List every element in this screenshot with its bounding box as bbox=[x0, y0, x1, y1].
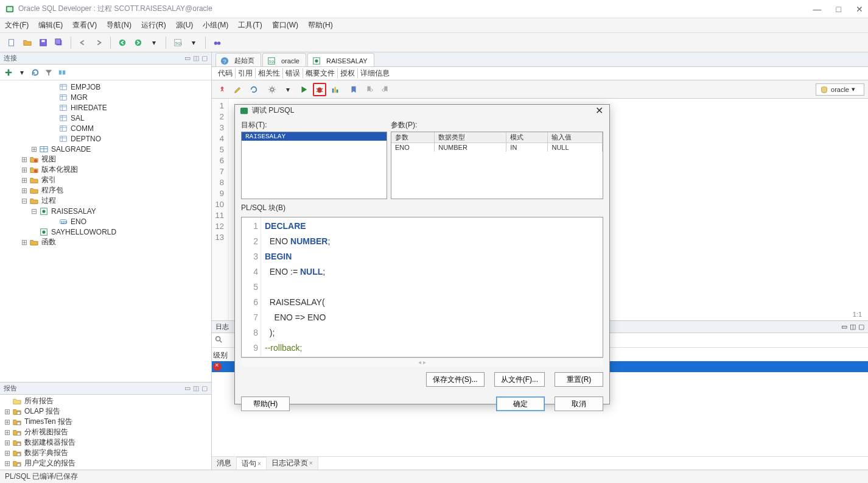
sql-worksheet-icon[interactable]: SQL bbox=[171, 36, 184, 49]
tree-item[interactable]: ⊞OLAP 报告 bbox=[0, 406, 211, 417]
redo-icon[interactable] bbox=[92, 36, 105, 49]
code-line[interactable]: ENO => ENO bbox=[265, 310, 599, 325]
tree-expand-icon[interactable]: ⊞ bbox=[2, 407, 12, 416]
refresh-icon[interactable] bbox=[29, 66, 41, 79]
menu-item[interactable]: 文件(F) bbox=[5, 20, 29, 30]
menu-item[interactable]: 编辑(E) bbox=[38, 20, 63, 30]
tree-item[interactable]: ⊞版本化视图 bbox=[0, 164, 211, 175]
panel-restore-icon[interactable]: ◫ bbox=[193, 54, 199, 62]
run-icon[interactable] bbox=[297, 83, 310, 96]
tree-expand-icon[interactable]: ⊞ bbox=[2, 439, 12, 447]
tree-expand-icon[interactable]: ⊞ bbox=[29, 145, 39, 153]
tree-item[interactable]: COMM bbox=[0, 123, 211, 133]
refresh-icon[interactable] bbox=[247, 83, 261, 96]
dropdown-icon[interactable]: ▾ bbox=[281, 83, 295, 96]
tree-item[interactable]: SAYHELLOWORLD bbox=[0, 227, 211, 237]
tree-item[interactable]: ⊞索引 bbox=[0, 175, 211, 185]
sub-tab[interactable]: 授权 bbox=[338, 68, 358, 79]
param-cell[interactable]: NULL bbox=[548, 143, 603, 152]
panel-minimize-icon[interactable]: ▭ bbox=[841, 323, 847, 331]
debug-icon[interactable] bbox=[313, 83, 326, 96]
param-cell[interactable]: IN bbox=[506, 143, 548, 152]
editor-tab[interactable]: ?起始页 bbox=[215, 53, 261, 66]
pin-icon[interactable] bbox=[215, 83, 229, 96]
from-file-button[interactable]: 从文件(F)... bbox=[494, 372, 545, 387]
tree-item[interactable]: ⊞数据建模器报告 bbox=[0, 437, 211, 448]
filter-icon[interactable] bbox=[43, 66, 55, 79]
panel-close-icon[interactable]: ▢ bbox=[201, 384, 208, 392]
log-tab[interactable]: 消息 bbox=[212, 457, 237, 470]
panel-minimize-icon[interactable]: ▭ bbox=[184, 54, 191, 62]
tree-item[interactable]: ⊞TimesTen 报告 bbox=[0, 417, 211, 427]
tab-close-icon[interactable]: × bbox=[257, 460, 261, 467]
tree-expand-icon[interactable]: ⊟ bbox=[19, 197, 29, 205]
menu-item[interactable]: 查看(V) bbox=[72, 20, 97, 30]
param-row[interactable]: ENONUMBERINNULL bbox=[391, 143, 603, 152]
open-folder-icon[interactable] bbox=[21, 36, 34, 49]
connections-tree[interactable]: EMPJOBMGRHIREDATESALCOMMDEPTNO⊞SALGRADE⊞… bbox=[0, 80, 211, 382]
target-item[interactable]: RAISESALAY bbox=[242, 132, 387, 141]
bookmark-next-icon[interactable] bbox=[363, 83, 376, 96]
bookmark-icon[interactable] bbox=[347, 83, 360, 96]
tree-expand-icon[interactable]: ⊞ bbox=[2, 418, 12, 426]
save-icon[interactable] bbox=[37, 36, 50, 49]
edit-icon[interactable] bbox=[231, 83, 245, 96]
tree-item[interactable]: ⊞分析视图报告 bbox=[0, 427, 211, 437]
params-table[interactable]: 参数数据类型模式输入值 ENONUMBERINNULL bbox=[391, 132, 603, 152]
tree-item[interactable]: ⊟RAISESALAY bbox=[0, 206, 211, 216]
log-tab[interactable]: 日志记录页× bbox=[267, 457, 318, 470]
menu-item[interactable]: 窗口(W) bbox=[272, 20, 298, 30]
forward-icon[interactable] bbox=[131, 36, 145, 49]
code-line[interactable]: DECLARE bbox=[265, 219, 599, 234]
menu-item[interactable]: 运行(R) bbox=[141, 20, 166, 30]
tree-item[interactable]: HIREDATE bbox=[0, 102, 211, 113]
code-line[interactable]: ); bbox=[265, 325, 599, 340]
save-file-button[interactable]: 保存文件(S)... bbox=[426, 372, 485, 387]
tree-expand-icon[interactable]: ⊞ bbox=[19, 166, 29, 174]
tree-item[interactable]: EMPJOB bbox=[0, 82, 211, 92]
panel-minimize-icon[interactable]: ▭ bbox=[184, 384, 191, 392]
tree-expand-icon[interactable]: ⊞ bbox=[19, 155, 29, 164]
menu-item[interactable]: 工具(T) bbox=[238, 20, 262, 30]
close-button[interactable]: ✕ bbox=[856, 4, 863, 14]
code-line[interactable]: ENO := NULL; bbox=[265, 264, 599, 280]
tree-expand-icon[interactable]: ⊞ bbox=[19, 238, 29, 247]
tree-expand-icon[interactable]: ⊞ bbox=[2, 459, 12, 468]
dropdown-icon[interactable]: ▾ bbox=[16, 66, 28, 79]
sub-tab[interactable]: 概要文件 bbox=[303, 68, 338, 79]
tree-item[interactable]: ⊞视图 bbox=[0, 154, 211, 164]
gear-icon[interactable] bbox=[265, 83, 279, 96]
tree-item[interactable]: ⊞用户定义的报告 bbox=[0, 458, 211, 468]
reports-tree[interactable]: 所有报告⊞OLAP 报告⊞TimesTen 报告⊞分析视图报告⊞数据建模器报告⊞… bbox=[0, 395, 211, 470]
panel-close-icon[interactable]: ▢ bbox=[858, 323, 864, 331]
tree-item[interactable]: 123ENO bbox=[0, 216, 211, 227]
log-tab[interactable]: 语句× bbox=[237, 457, 267, 470]
tns-icon[interactable] bbox=[56, 66, 68, 79]
code-line[interactable]: RAISESALAY( bbox=[265, 295, 599, 310]
dropdown-icon[interactable]: ▾ bbox=[187, 36, 200, 49]
help-button[interactable]: 帮助(H) bbox=[241, 397, 290, 411]
tree-expand-icon[interactable]: ⊞ bbox=[19, 186, 29, 195]
menu-item[interactable]: 帮助(H) bbox=[308, 20, 333, 30]
undo-icon[interactable] bbox=[76, 36, 89, 49]
add-connection-icon[interactable] bbox=[2, 66, 15, 79]
param-cell[interactable]: NUMBER bbox=[435, 143, 506, 152]
tree-item[interactable]: SAL bbox=[0, 113, 211, 123]
tree-item[interactable]: MGR bbox=[0, 92, 211, 102]
plsql-code-editor[interactable]: 123456789 DECLARE ENO NUMBER;BEGIN ENO :… bbox=[241, 217, 603, 358]
new-file-icon[interactable] bbox=[5, 36, 18, 49]
code-line[interactable] bbox=[265, 280, 599, 295]
tree-item[interactable]: ⊟过程 bbox=[0, 196, 211, 206]
reset-button[interactable]: 重置(R) bbox=[555, 372, 603, 387]
save-all-icon[interactable] bbox=[52, 36, 66, 49]
param-cell[interactable]: ENO bbox=[391, 143, 435, 152]
ok-button[interactable]: 确定 bbox=[496, 397, 545, 411]
dialog-close-icon[interactable]: ✕ bbox=[592, 105, 607, 116]
panel-close-icon[interactable]: ▢ bbox=[201, 54, 208, 62]
back-icon[interactable] bbox=[116, 36, 129, 49]
tree-item[interactable]: 所有报告 bbox=[0, 396, 211, 406]
tree-expand-icon[interactable]: ⊟ bbox=[29, 207, 39, 216]
panel-restore-icon[interactable]: ◫ bbox=[193, 384, 199, 392]
tree-item[interactable]: ⊞数据字典报告 bbox=[0, 448, 211, 458]
editor-tab[interactable]: SQLoracle bbox=[262, 53, 306, 66]
